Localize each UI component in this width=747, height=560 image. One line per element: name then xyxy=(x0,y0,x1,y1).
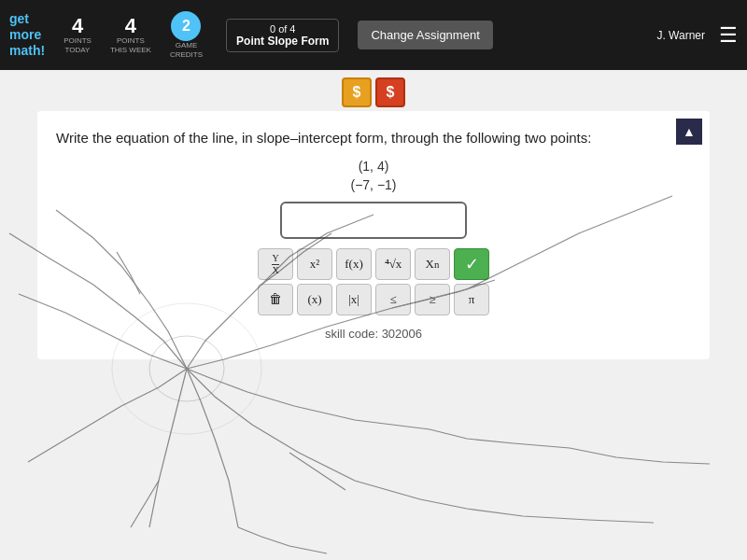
up-arrow-button[interactable] xyxy=(676,119,702,145)
app-logo: get more math! xyxy=(9,11,45,58)
change-assignment-button[interactable]: Change Assignment xyxy=(358,21,492,49)
pi-key[interactable]: π xyxy=(454,284,489,315)
question-area: Write the equation of the line, in slope… xyxy=(37,111,710,359)
subscript-key[interactable]: Xn xyxy=(415,248,450,280)
game-credits-block: 2 GAMECREDITS xyxy=(170,11,203,59)
greater-equal-key[interactable]: ≥ xyxy=(415,284,450,315)
hamburger-menu-icon[interactable]: ☰ xyxy=(719,23,738,48)
points-today-block: 4 POINTSTODAY xyxy=(63,16,92,54)
keyboard-row-1: Y X x² f(x) ⁴√x Xn ✓ xyxy=(252,248,495,280)
nth-root-key[interactable]: ⁴√x xyxy=(375,248,411,280)
points-today-value: 4 xyxy=(72,16,83,36)
skill-code-display: skill code: 302006 xyxy=(56,327,691,341)
points-week-block: 4 POINTSTHIS WEEK xyxy=(110,16,151,54)
assignment-progress: 0 of 4 xyxy=(236,23,329,35)
points-week-value: 4 xyxy=(125,16,136,36)
keyboard-row-2: 🗑 (x) |x| ≤ ≥ π xyxy=(252,284,495,315)
question-instruction: Write the equation of the line, in slope… xyxy=(56,128,691,149)
header-bar: get more math! 4 POINTSTODAY 4 POINTSTHI… xyxy=(0,0,747,70)
game-credits-value: 2 xyxy=(182,18,190,35)
assignment-info-box: 0 of 4 Point Slope Form xyxy=(226,19,339,52)
less-equal-key[interactable]: ≤ xyxy=(375,284,411,315)
points-week-label: POINTSTHIS WEEK xyxy=(110,36,151,54)
answer-input[interactable] xyxy=(280,202,467,239)
main-content-area: $ $ Write the equation of the line, in s… xyxy=(0,70,747,560)
parentheses-key[interactable]: (x) xyxy=(297,284,332,315)
function-key[interactable]: f(x) xyxy=(336,248,372,280)
absolute-value-key[interactable]: |x| xyxy=(336,284,372,315)
math-keyboard: Y X x² f(x) ⁴√x Xn ✓ 🗑 (x) |x| ≤ ≥ π xyxy=(252,248,495,315)
points-today-label: POINTSTODAY xyxy=(63,36,92,54)
assignment-name: Point Slope Form xyxy=(236,35,329,48)
check-key[interactable]: ✓ xyxy=(454,248,489,280)
dollar-reward-button-1[interactable]: $ xyxy=(342,77,372,107)
delete-key[interactable]: 🗑 xyxy=(258,284,293,315)
x-squared-key[interactable]: x² xyxy=(297,248,332,280)
reward-bar: $ $ xyxy=(0,70,747,111)
game-credits-circle: 2 xyxy=(171,11,201,41)
game-credits-label: GAMECREDITS xyxy=(170,41,203,59)
point1-display: (1, 4) xyxy=(56,159,691,174)
dollar-reward-button-2[interactable]: $ xyxy=(375,77,405,107)
username-display: J. Warner xyxy=(656,29,705,42)
fraction-key[interactable]: Y X xyxy=(258,248,293,280)
point2-display: (−7, −1) xyxy=(56,177,691,192)
